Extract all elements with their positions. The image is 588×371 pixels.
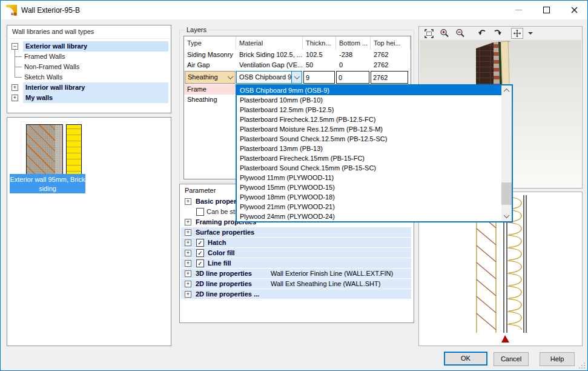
- expand-icon[interactable]: +: [185, 229, 191, 236]
- tree-item-non-framed-walls[interactable]: Non-Framed Walls: [7, 62, 170, 72]
- col-top-height[interactable]: Top hei...: [371, 36, 411, 50]
- expand-icon[interactable]: +: [185, 291, 191, 298]
- param-surface-properties[interactable]: + Surface properties: [180, 227, 413, 238]
- material-dropdown-list: OSB Chipboard 9mm (OSB-9) Plasterboard 1…: [236, 84, 513, 222]
- dropdown-option[interactable]: Plywood 24mm (PLYWOOD-24): [237, 212, 501, 221]
- fit-view-button[interactable]: [423, 28, 435, 39]
- app-logo-icon: BD: [6, 5, 17, 16]
- layer-row[interactable]: Air Gap Ventilation Gap (VE... 50 0 2762: [184, 60, 411, 70]
- expand-icon[interactable]: +: [185, 250, 191, 256]
- chevron-up-icon: [504, 89, 510, 95]
- layers-group-label: Layers: [185, 26, 208, 33]
- wall-library-panel: Wall libraries and wall types − Exterior…: [7, 25, 171, 113]
- checkbox-checked[interactable]: ✓: [196, 239, 204, 247]
- dropdown-option[interactable]: Plywood 11mm (PLYWOOD-11): [237, 173, 501, 182]
- checkbox-checked[interactable]: ✓: [196, 249, 204, 257]
- dropdown-option[interactable]: Plasterboard Firecheck.12.5mm (PB-12.5-F…: [237, 115, 501, 124]
- thumb-airgap-layer: [55, 124, 63, 176]
- close-icon: [571, 7, 578, 13]
- pan-button[interactable]: [511, 28, 523, 39]
- library-panel-header: Wall libraries and wall types: [12, 28, 94, 35]
- col-thickness[interactable]: Thickn...: [303, 36, 336, 50]
- chevron-down-icon[interactable]: [291, 72, 302, 83]
- dropdown-option[interactable]: Plasterboard 10mm (PB-10): [237, 95, 501, 105]
- resize-grip[interactable]: [579, 363, 585, 369]
- layers-table-header: Type Material Thickn... Bottom ... Top h…: [184, 36, 411, 50]
- expand-icon[interactable]: +: [12, 84, 18, 91]
- wall-thumbnail-caption[interactable]: Exterior wall 95mm, Brick siding: [10, 174, 85, 193]
- help-button[interactable]: Help: [540, 352, 575, 366]
- material-combobox[interactable]: OSB Chipboard 9n: [236, 71, 302, 84]
- param-2d-line-properties-2[interactable]: + 2D line properties ...: [180, 289, 413, 299]
- expand-icon[interactable]: +: [185, 198, 191, 205]
- wall-editor-dialog: BD Wall Exterior-95-B Wall libraries and…: [0, 0, 588, 371]
- top-height-input[interactable]: [371, 71, 408, 84]
- title-bar: BD Wall Exterior-95-B: [1, 1, 587, 19]
- expand-icon[interactable]: +: [185, 281, 191, 287]
- checkbox-unchecked[interactable]: [196, 208, 204, 216]
- dropdown-option-selected[interactable]: OSB Chipboard 9mm (OSB-9): [237, 85, 501, 95]
- dropdown-option[interactable]: Plywood 21mm (PLYWOOD-21): [237, 202, 501, 212]
- minimize-icon: [515, 10, 522, 10]
- expand-icon[interactable]: +: [185, 270, 191, 277]
- tree-item-framed-walls[interactable]: Framed Walls: [7, 52, 170, 62]
- window-title: Wall Exterior-95-B: [21, 6, 80, 15]
- tree-item-exterior-wall-library[interactable]: − Exterior wall library: [7, 41, 170, 52]
- dropdown-option[interactable]: Plasterboard 12.5mm (PB-12.5): [237, 105, 501, 115]
- col-bottom[interactable]: Bottom ...: [336, 36, 371, 50]
- cancel-button[interactable]: Cancel: [494, 352, 529, 366]
- expand-icon[interactable]: +: [185, 219, 191, 226]
- wall-type-list-panel: Exterior wall 95mm, Brick siding: [7, 117, 171, 346]
- tree-item-my-walls[interactable]: + My walls: [7, 93, 170, 103]
- scrollbar-thumb[interactable]: [501, 182, 512, 205]
- dropdown-option[interactable]: Plywood 15mm (PLYWOOD-15): [237, 182, 501, 192]
- minimize-button[interactable]: [504, 1, 532, 19]
- param-2d-line-properties[interactable]: + 2D line properties Wall Ext Sheathing …: [180, 279, 413, 289]
- dropdown-option[interactable]: Plywood 18mm (PLYWOOD-18): [237, 192, 501, 202]
- zoom-out-icon: [455, 28, 465, 38]
- dropdown-option[interactable]: Plasterboard Moisture Res.12.5mm (PB-12.…: [237, 124, 501, 134]
- scroll-up-button[interactable]: [501, 85, 512, 96]
- collapse-icon[interactable]: −: [12, 43, 18, 50]
- col-type[interactable]: Type: [184, 36, 236, 50]
- checkbox-checked[interactable]: ✓: [196, 259, 204, 267]
- dropdown-option[interactable]: Plasterboard 13mm (PB-13): [237, 144, 501, 153]
- chevron-down-icon[interactable]: [225, 72, 235, 83]
- tree-item-sketch-walls[interactable]: Sketch Walls: [7, 72, 170, 82]
- layer-type-combobox[interactable]: Sheathing: [185, 71, 236, 84]
- expand-icon[interactable]: +: [185, 239, 191, 246]
- param-value: Wall Ext Sheathing Line (WALL.SHT): [271, 279, 380, 289]
- maximize-button[interactable]: [532, 1, 560, 19]
- thumb-brick-layer: [26, 124, 56, 176]
- bottom-height-input[interactable]: [336, 71, 369, 84]
- param-hatch[interactable]: + ✓ Hatch: [180, 238, 413, 248]
- param-color-fill[interactable]: + ✓ Color fill: [180, 248, 413, 258]
- expand-icon[interactable]: +: [12, 95, 18, 101]
- rotate-left-button[interactable]: [476, 28, 488, 39]
- rotate-right-button[interactable]: [492, 28, 504, 39]
- tool-options-dropdown[interactable]: [527, 28, 534, 39]
- scroll-down-button[interactable]: [501, 211, 512, 221]
- dropdown-option[interactable]: Plasterboard Sound Check.12.5mm (PB-12.5…: [237, 134, 501, 144]
- rotate-left-icon: [477, 29, 487, 38]
- zoom-in-button[interactable]: [438, 28, 451, 39]
- dropdown-scrollbar[interactable]: [501, 85, 512, 221]
- tree-item-interior-wall-library[interactable]: + Interior wall library: [7, 82, 170, 93]
- pan-icon: [513, 29, 521, 38]
- expand-icon[interactable]: +: [185, 260, 191, 267]
- zoom-out-button[interactable]: [454, 28, 466, 39]
- wall-thumbnail[interactable]: [21, 121, 82, 178]
- dropdown-option[interactable]: Plasterboard Sound Check.15mm (PB-15-SC): [237, 163, 501, 173]
- thumb-insulation-layer: [66, 124, 82, 176]
- ok-button[interactable]: OK: [444, 352, 487, 366]
- close-button[interactable]: [560, 1, 588, 19]
- fit-view-icon: [424, 29, 434, 38]
- rotate-right-icon: [493, 29, 503, 38]
- thickness-input[interactable]: [303, 71, 335, 84]
- col-material[interactable]: Material: [236, 36, 303, 50]
- param-line-fill[interactable]: + ✓ Line fill: [180, 258, 413, 269]
- layer-row[interactable]: Siding Masonry Brick Siding 102.5, ... 1…: [184, 50, 411, 60]
- dropdown-option[interactable]: Plasterboard Firecheck.15mm (PB-15-FC): [237, 153, 501, 163]
- param-3d-line-properties[interactable]: + 3D line properties Wall Exterior Finis…: [180, 269, 413, 279]
- parameter-panel-header: Parameter: [185, 187, 216, 194]
